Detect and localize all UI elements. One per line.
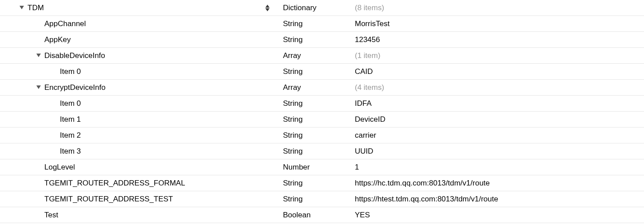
- table-row[interactable]: TGEMIT_ROUTER_ADDRESS_TEST String https:…: [0, 191, 644, 207]
- type-cell[interactable]: String: [279, 147, 355, 156]
- type-cell[interactable]: Array: [279, 51, 355, 60]
- disclosure-triangle-icon[interactable]: [35, 85, 42, 91]
- table-row[interactable]: Item 0 String CAID: [0, 64, 644, 80]
- key-label: Test: [44, 211, 58, 220]
- table-row[interactable]: AppChannel String MorrisTest: [0, 16, 644, 32]
- key-cell: Item 1: [0, 112, 279, 127]
- type-cell[interactable]: Number: [279, 163, 355, 172]
- key-cell: Item 0: [0, 96, 279, 111]
- key-cell: Item 2: [0, 127, 279, 143]
- key-cell: DisableDeviceInfo: [0, 48, 279, 63]
- value-cell[interactable]: DeviceID: [355, 115, 644, 124]
- value-cell[interactable]: https://hc.tdm.qq.com:8013/tdm/v1/route: [355, 179, 644, 188]
- table-row[interactable]: TGEMIT_ROUTER_ADDRESS_FORMAL String http…: [0, 175, 644, 191]
- disclosure-triangle-icon[interactable]: [19, 5, 25, 11]
- type-cell[interactable]: String: [279, 115, 355, 124]
- key-cell: Test: [0, 207, 279, 223]
- value-cell[interactable]: YES: [355, 211, 644, 220]
- key-cell: TDM: [0, 0, 279, 15]
- key-label: TGEMIT_ROUTER_ADDRESS_TEST: [44, 195, 173, 204]
- key-cell: LogLevel: [0, 159, 279, 175]
- key-cell: AppKey: [0, 32, 279, 47]
- value-cell[interactable]: 123456: [355, 35, 644, 44]
- value-cell[interactable]: MorrisTest: [355, 19, 644, 28]
- key-label: EncryptDeviceInfo: [44, 83, 106, 92]
- plist-table: TDM Dictionary (8 items) AppChannel Stri…: [0, 0, 644, 223]
- value-cell: (1 item): [355, 51, 644, 60]
- key-cell: Item 0: [0, 64, 279, 79]
- value-cell[interactable]: IDFA: [355, 99, 644, 108]
- type-stepper-icon[interactable]: [265, 4, 270, 11]
- type-cell[interactable]: String: [279, 179, 355, 188]
- key-label: Item 0: [60, 67, 81, 76]
- table-row[interactable]: LogLevel Number 1: [0, 159, 644, 175]
- value-cell[interactable]: CAID: [355, 67, 644, 76]
- key-label: DisableDeviceInfo: [44, 51, 105, 60]
- key-label: TGEMIT_ROUTER_ADDRESS_FORMAL: [44, 179, 185, 188]
- table-row[interactable]: Test Boolean YES: [0, 207, 644, 223]
- table-row[interactable]: Item 1 String DeviceID: [0, 112, 644, 127]
- value-cell[interactable]: https://htest.tdm.qq.com:8013/tdm/v1/rou…: [355, 195, 644, 204]
- key-cell: TGEMIT_ROUTER_ADDRESS_FORMAL: [0, 175, 279, 191]
- disclosure-triangle-icon[interactable]: [35, 53, 42, 59]
- table-row[interactable]: TDM Dictionary (8 items): [0, 0, 644, 16]
- key-cell: Item 3: [0, 143, 279, 159]
- type-cell[interactable]: Boolean: [279, 211, 355, 220]
- key-label: Item 0: [60, 99, 81, 108]
- type-cell[interactable]: String: [279, 195, 355, 204]
- type-cell[interactable]: String: [279, 99, 355, 108]
- value-cell: (8 items): [355, 4, 644, 12]
- table-row[interactable]: Item 3 String UUID: [0, 143, 644, 159]
- key-label: Item 3: [60, 147, 81, 156]
- key-cell: EncryptDeviceInfo: [0, 80, 279, 95]
- key-label: Item 1: [60, 115, 81, 124]
- type-cell[interactable]: String: [279, 131, 355, 140]
- value-cell[interactable]: UUID: [355, 147, 644, 156]
- type-cell[interactable]: String: [279, 35, 355, 44]
- value-cell[interactable]: 1: [355, 163, 644, 172]
- table-row[interactable]: Item 2 String carrier: [0, 127, 644, 143]
- key-cell: AppChannel: [0, 16, 279, 31]
- value-cell[interactable]: carrier: [355, 131, 644, 140]
- type-cell[interactable]: String: [279, 19, 355, 28]
- type-cell[interactable]: Array: [279, 83, 355, 92]
- key-label: AppChannel: [44, 19, 86, 28]
- table-row[interactable]: Item 0 String IDFA: [0, 96, 644, 112]
- key-label: Item 2: [60, 131, 81, 140]
- type-cell[interactable]: String: [279, 67, 355, 76]
- key-label: AppKey: [44, 35, 71, 44]
- type-cell[interactable]: Dictionary: [279, 4, 355, 12]
- table-row[interactable]: DisableDeviceInfo Array (1 item): [0, 48, 644, 64]
- key-label: LogLevel: [44, 163, 75, 172]
- key-cell: TGEMIT_ROUTER_ADDRESS_TEST: [0, 191, 279, 207]
- value-cell: (4 items): [355, 83, 644, 92]
- key-label: TDM: [27, 4, 44, 12]
- table-row[interactable]: AppKey String 123456: [0, 32, 644, 48]
- table-row[interactable]: EncryptDeviceInfo Array (4 items): [0, 80, 644, 96]
